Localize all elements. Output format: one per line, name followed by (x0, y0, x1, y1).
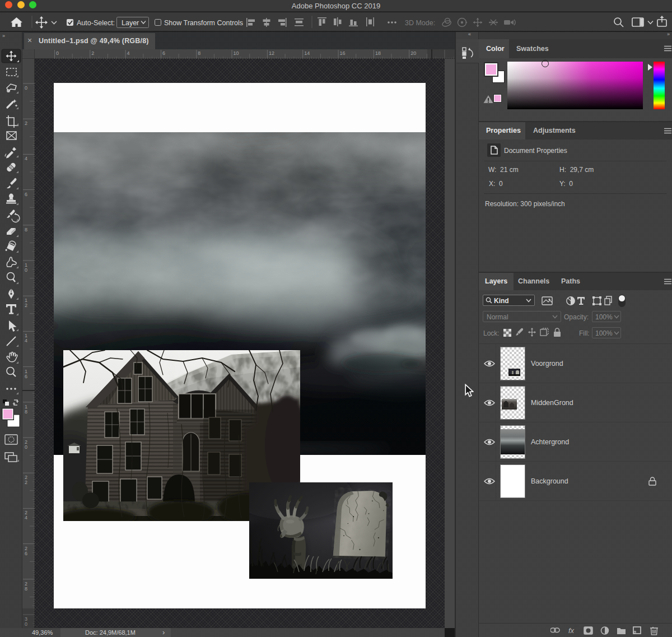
svg-text:16: 16 (340, 50, 346, 56)
svg-text:6: 6 (25, 374, 27, 379)
svg-text:4: 4 (25, 515, 27, 520)
svg-text:4: 4 (25, 338, 27, 343)
svg-text:4: 4 (127, 50, 130, 56)
svg-text:Auto-Select:: Auto-Select: (77, 19, 115, 27)
svg-text:14: 14 (304, 50, 310, 56)
svg-text:2: 2 (25, 120, 27, 126)
svg-text:0: 0 (56, 50, 59, 56)
svg-text:6: 6 (25, 192, 27, 197)
svg-text:8: 8 (198, 50, 200, 56)
svg-text:Show Transform Controls: Show Transform Controls (164, 19, 243, 27)
svg-text:8: 8 (25, 409, 27, 415)
svg-text:fx: fx (568, 626, 575, 635)
svg-text:12: 12 (269, 50, 274, 56)
svg-text:6: 6 (25, 551, 27, 556)
svg-text:8: 8 (25, 227, 27, 233)
svg-text:20: 20 (410, 50, 416, 56)
svg-text:10: 10 (234, 50, 239, 56)
svg-text:18: 18 (375, 50, 381, 56)
svg-text:4: 4 (25, 156, 27, 161)
svg-text:Layer: Layer (122, 19, 139, 27)
svg-text:6: 6 (162, 50, 165, 56)
svg-text:2: 2 (25, 303, 27, 308)
svg-text:0: 0 (25, 444, 27, 450)
svg-text:0: 0 (25, 267, 27, 273)
svg-text:0: 0 (25, 85, 27, 91)
svg-text:8: 8 (25, 586, 27, 592)
svg-text:2: 2 (91, 50, 94, 56)
svg-text:3D Mode:: 3D Mode: (405, 19, 435, 27)
svg-text:2: 2 (25, 480, 27, 485)
